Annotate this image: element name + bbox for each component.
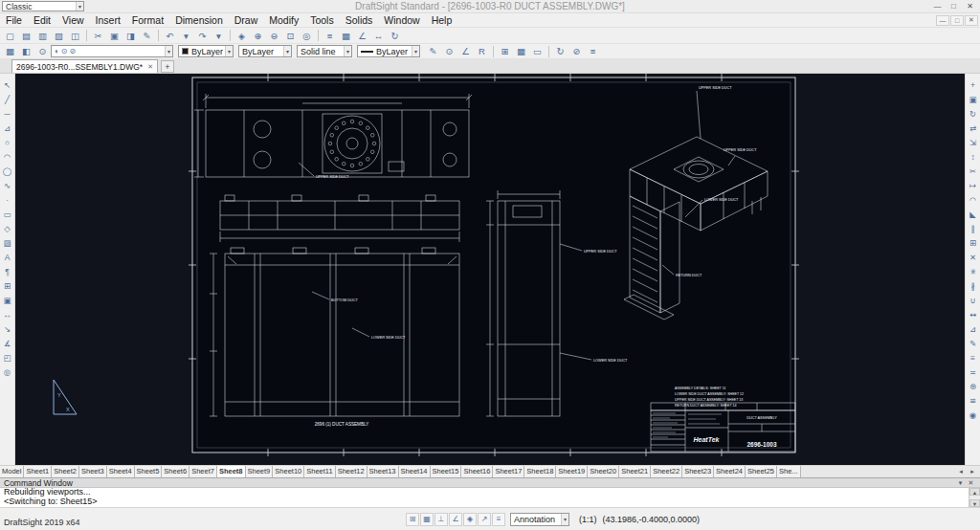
close-button[interactable]: ✕ bbox=[962, 1, 978, 12]
sheet-tab-sheet14[interactable]: Sheet14 bbox=[399, 466, 431, 477]
sheet-tab-sheet22[interactable]: Sheet22 bbox=[651, 466, 682, 477]
copy-icon[interactable]: ▣ bbox=[106, 29, 122, 43]
weld-icon[interactable]: ∪ bbox=[966, 293, 980, 307]
chamfer-icon[interactable]: ◣ bbox=[966, 207, 980, 221]
infinite-line-icon[interactable]: ─ bbox=[0, 106, 14, 121]
measure-icon[interactable]: ↔ bbox=[370, 29, 387, 43]
sheet-tab-sheet18[interactable]: Sheet18 bbox=[524, 466, 556, 477]
explode-icon[interactable]: ✳ bbox=[966, 264, 980, 278]
ortho-tool-icon[interactable]: ∠ bbox=[354, 29, 370, 43]
sheet-tab-sheet3[interactable]: Sheet3 bbox=[79, 466, 107, 477]
circle-icon[interactable]: ○ bbox=[0, 135, 14, 149]
undo-icon[interactable]: ↶ bbox=[162, 29, 178, 43]
refresh-icon[interactable]: ↻ bbox=[552, 44, 568, 58]
layer-combo[interactable]: ◐ ⊙ ⊘ ▾ bbox=[51, 45, 173, 57]
maximize-button[interactable]: □ bbox=[946, 1, 962, 12]
sheet-tab-sheet12[interactable]: Sheet12 bbox=[336, 466, 368, 477]
dimension-icon[interactable]: ↔ bbox=[0, 307, 14, 321]
trim-icon[interactable]: ✂ bbox=[966, 164, 980, 178]
delete-icon[interactable]: ✕ bbox=[966, 250, 980, 264]
properties-panel-icon[interactable]: ≡ bbox=[966, 350, 980, 364]
note-icon[interactable]: ¶ bbox=[0, 264, 14, 278]
menu-item-file[interactable]: File bbox=[0, 13, 28, 27]
print-preview-icon[interactable]: ◫ bbox=[67, 29, 83, 43]
scale-icon[interactable]: ⇲ bbox=[966, 135, 980, 149]
sheet-tab-sheet20[interactable]: Sheet20 bbox=[588, 466, 619, 477]
pan-icon[interactable]: ◈ bbox=[234, 29, 250, 43]
snap-icon[interactable]: ⊞ bbox=[406, 513, 419, 526]
menu-item-help[interactable]: Help bbox=[426, 13, 458, 27]
zoom-tool-icon[interactable]: ◎ bbox=[0, 364, 14, 379]
menu-item-window[interactable]: Window bbox=[378, 13, 425, 27]
document-tab[interactable]: 2696-1003-R0...SSEMBLY1.DWG* ✕ bbox=[11, 59, 158, 73]
ortho-icon[interactable]: ⊥ bbox=[434, 513, 448, 526]
layers-manager-icon[interactable]: ▦ bbox=[338, 29, 354, 43]
lineweight-icon[interactable]: ≡ bbox=[492, 513, 505, 526]
ellipse-icon[interactable]: ◯ bbox=[0, 164, 14, 178]
close-tab-icon[interactable]: ✕ bbox=[147, 63, 153, 71]
scroll-down-icon[interactable]: ▼ bbox=[969, 499, 980, 507]
stretch-icon[interactable]: ↕ bbox=[966, 149, 980, 164]
sheet-tab-sheet17[interactable]: Sheet17 bbox=[493, 466, 524, 477]
sheet-tab-sheet13[interactable]: Sheet13 bbox=[368, 466, 399, 477]
cut-icon[interactable]: ✂ bbox=[90, 29, 106, 43]
area-icon[interactable]: ◰ bbox=[0, 350, 14, 364]
polygon-icon[interactable]: ◇ bbox=[0, 221, 14, 235]
redo-icon[interactable]: ↷ bbox=[194, 29, 211, 43]
sheet-tab-sheet1[interactable]: Sheet1 bbox=[24, 466, 52, 477]
sheet-manager-icon[interactable]: ▦ bbox=[2, 44, 18, 58]
sheet-tab-sheet24[interactable]: Sheet24 bbox=[714, 466, 746, 477]
table-style-icon[interactable]: ▦ bbox=[513, 44, 529, 58]
match-properties-icon[interactable]: ≍ bbox=[966, 364, 980, 379]
sheet-tab-sheet11[interactable]: Sheet11 bbox=[304, 466, 335, 477]
split-icon[interactable]: ∦ bbox=[966, 278, 980, 293]
format-painter-icon[interactable]: ✎ bbox=[139, 29, 155, 43]
rotate-icon[interactable]: ↻ bbox=[966, 106, 980, 121]
properties-icon[interactable]: ≡ bbox=[322, 29, 338, 43]
offset-icon[interactable]: ∥ bbox=[966, 221, 980, 235]
angle-tool-icon[interactable]: ∠ bbox=[457, 44, 474, 58]
sheet-tab-sheet9[interactable]: Sheet9 bbox=[246, 466, 274, 477]
text-icon[interactable]: A bbox=[0, 250, 14, 264]
menu-item-modify[interactable]: Modify bbox=[263, 13, 304, 27]
fillet-icon[interactable]: ◠ bbox=[966, 192, 980, 207]
print-style-combo[interactable]: Solid line ▾ bbox=[297, 45, 352, 57]
line-style-combo[interactable]: ByLayer ▾ bbox=[238, 45, 292, 57]
sheet-tab-sheet16[interactable]: Sheet16 bbox=[461, 466, 493, 477]
sheet-tab-sheet23[interactable]: Sheet23 bbox=[682, 466, 714, 477]
pattern-icon[interactable]: ⊞ bbox=[966, 235, 980, 250]
command-window-close-icon[interactable]: ✕ bbox=[966, 479, 976, 487]
circle-tool-icon[interactable]: ⊙ bbox=[441, 44, 457, 58]
new-icon[interactable]: ▢ bbox=[2, 29, 18, 43]
layer-preview-icon[interactable]: ⊙ bbox=[34, 44, 51, 58]
rebuild-icon[interactable]: ↻ bbox=[387, 29, 403, 43]
point-icon[interactable]: ∙ bbox=[0, 192, 14, 207]
grid-display-icon[interactable]: ⊞ bbox=[497, 44, 513, 58]
polyline-icon[interactable]: ⊿ bbox=[0, 121, 14, 135]
new-document-tab-button[interactable]: + bbox=[161, 60, 174, 73]
sheet-tab-sheet19[interactable]: Sheet19 bbox=[556, 466, 588, 477]
save-icon[interactable]: ▥ bbox=[34, 29, 51, 43]
line-weight-combo[interactable]: ByLayer ▾ bbox=[357, 45, 420, 57]
rectangle-icon[interactable]: ▭ bbox=[0, 207, 14, 221]
menu-item-format[interactable]: Format bbox=[126, 13, 169, 27]
workspace-selector[interactable]: Classic ▾ bbox=[2, 1, 84, 11]
zoom-in-icon[interactable]: ⊕ bbox=[250, 29, 266, 43]
scroll-tabs-right-icon[interactable]: ▸ bbox=[967, 468, 978, 475]
command-window-dock-icon[interactable]: ▾ bbox=[955, 479, 966, 487]
hatch-icon[interactable]: ▨ bbox=[0, 235, 14, 250]
sheet-tab-she[interactable]: She... bbox=[777, 466, 801, 477]
arc-icon[interactable]: ◠ bbox=[0, 149, 14, 164]
move-icon[interactable]: + bbox=[966, 77, 980, 92]
mirror-icon[interactable]: ⇄ bbox=[966, 121, 980, 135]
menu-item-tools[interactable]: Tools bbox=[304, 13, 340, 27]
scroll-tabs-left-icon[interactable]: ◂ bbox=[955, 468, 967, 475]
layer-manager-icon[interactable]: ◧ bbox=[18, 44, 34, 58]
line-color-combo[interactable]: ByLayer ▾ bbox=[178, 45, 234, 57]
sheet-tab-sheet6[interactable]: Sheet6 bbox=[162, 466, 189, 477]
print-icon[interactable]: ▨ bbox=[51, 29, 67, 43]
doc-minimize-button[interactable]: — bbox=[936, 15, 949, 26]
sheet-tab-sheet7[interactable]: Sheet7 bbox=[189, 466, 217, 477]
open-icon[interactable]: ▤ bbox=[18, 29, 34, 43]
list-view-icon[interactable]: ≡ bbox=[585, 44, 601, 58]
